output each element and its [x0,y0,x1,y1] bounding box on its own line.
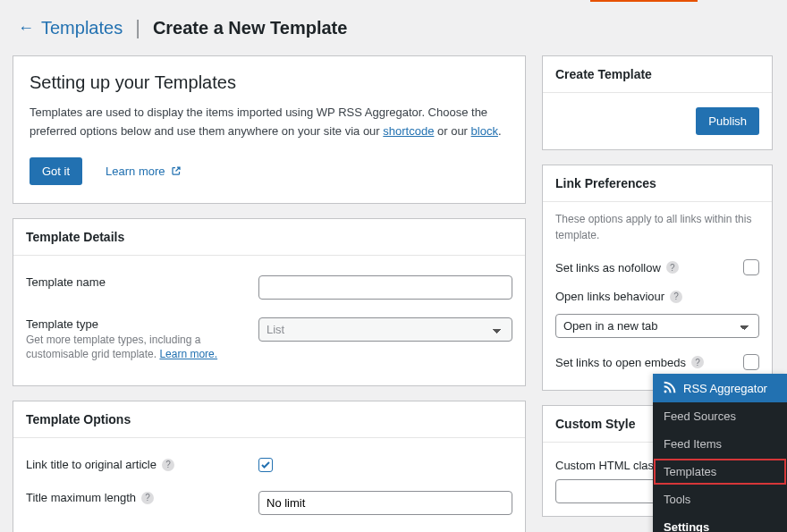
html-class-label: Custom HTML class [555,459,660,472]
embeds-label: Set links to open embeds [555,356,686,369]
publish-button[interactable]: Publish [696,107,759,135]
nofollow-row: Set links as nofollow ? [555,252,759,283]
title-max-label: Title maximum length ? [26,491,248,504]
help-icon[interactable]: ? [691,356,704,368]
title-max-row: Title maximum length ? [26,482,512,524]
admin-submenu: RSS Aggregator Feed Sources Feed Items T… [653,374,787,532]
title-max-label-text: Title maximum length [26,491,136,504]
template-details-header: Template Details [13,219,525,256]
template-type-label: Template type [26,317,248,331]
page-title: Create a New Template [153,18,348,38]
behaviour-label: Open links behaviour [555,290,664,303]
template-type-learn-more-link[interactable]: Learn more. [159,348,217,360]
admin-submenu-header[interactable]: RSS Aggregator [653,374,787,402]
admin-menu-item-feed-items[interactable]: Feed Items [653,430,787,458]
link-title-checkbox[interactable] [258,458,273,472]
back-arrow-icon[interactable]: ← [18,20,34,36]
breadcrumb-separator: | [135,16,140,39]
help-icon[interactable]: ? [162,459,174,471]
admin-submenu-title: RSS Aggregator [683,382,767,395]
intro-description: Templates are used to display the items … [30,104,509,141]
template-options-header: Template Options [13,401,525,438]
check-icon [260,460,271,470]
template-type-help: Get more template types, including a cus… [26,333,248,363]
learn-more-link[interactable]: Learn more [106,165,181,178]
nofollow-label: Set links as nofollow [555,261,661,274]
intro-text-after: . [498,124,502,138]
embeds-checkbox[interactable] [743,354,759,370]
behaviour-label-row: Open links behaviour ? [555,283,759,310]
admin-menu-item-feed-sources[interactable]: Feed Sources [653,402,787,430]
intro-card: Setting up your Templates Templates are … [13,55,526,204]
behaviour-select[interactable]: Open in a new tab [555,314,759,338]
svg-point-0 [664,391,667,393]
help-icon[interactable]: ? [141,492,154,504]
template-type-row: Template type Get more template types, i… [26,308,512,372]
link-preferences-card: Link Preferences These options apply to … [542,165,773,391]
admin-menu-item-templates[interactable]: Templates [653,458,787,486]
template-options-card: Template Options Link title to original … [13,401,526,532]
learn-more-label: Learn more [106,165,165,178]
breadcrumb-templates[interactable]: Templates [41,18,123,38]
block-link[interactable]: block [471,124,498,138]
template-name-row: Template name [26,266,512,308]
help-icon[interactable]: ? [666,261,679,274]
admin-menu-item-settings[interactable]: Settings [653,513,787,532]
create-template-header: Create Template [543,56,772,93]
link-title-label-text: Link title to original article [26,458,157,471]
title-max-input[interactable] [258,491,512,515]
nofollow-checkbox[interactable] [743,259,759,275]
page-header: ← Templates | Create a New Template [0,0,787,46]
intro-title: Setting up your Templates [30,72,509,93]
link-title-label: Link title to original article ? [26,458,248,471]
template-name-label: Template name [26,275,248,289]
intro-text-middle: or our [434,124,470,138]
link-preferences-header: Link Preferences [543,165,772,202]
top-accent-bar [590,0,698,2]
link-title-row: Link title to original article ? [26,449,512,482]
external-link-icon [171,165,182,176]
help-icon[interactable]: ? [670,291,682,303]
admin-menu-item-tools[interactable]: Tools [653,486,787,513]
template-details-card: Template Details Template name Template … [13,218,526,387]
template-type-select[interactable]: List [258,317,512,342]
link-preferences-desc: These options apply to all links within … [555,211,759,243]
template-name-input[interactable] [258,275,512,300]
embeds-row: Set links to open embeds ? [555,347,759,377]
num-items-row: Number of items to show ? [26,524,512,532]
shortcode-link[interactable]: shortcode [383,124,434,138]
got-it-button[interactable]: Got it [30,157,82,185]
create-template-card: Create Template Publish [542,55,773,150]
rss-icon [662,381,676,395]
